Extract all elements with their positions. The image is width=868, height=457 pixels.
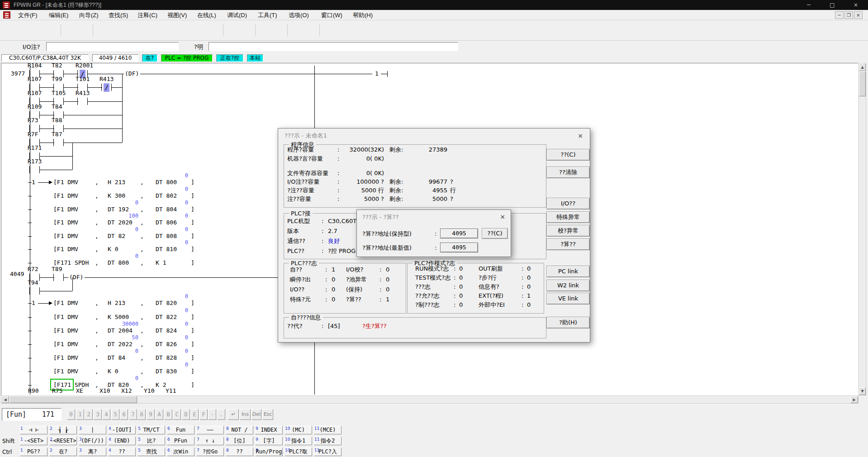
menu-item-4[interactable]: 查找(S) (109, 10, 128, 20)
hex-key-5[interactable]: 5 (111, 409, 119, 420)
fn-row3-key-2[interactable]: 2在? (49, 447, 77, 456)
fn-row2-key-5[interactable]: 5比? (138, 437, 165, 445)
fn-row3-key-11[interactable]: 11PLC?入 (314, 447, 342, 456)
menu-item-3[interactable]: 向导(Z) (79, 10, 99, 20)
fn-row3-key-9[interactable]: 9Run/Prog (255, 447, 283, 456)
fn-row1-key-3[interactable]: 3| (79, 426, 106, 434)
horizontal-scrollbar[interactable]: ◀ ▶ (1, 395, 859, 404)
fn-row2-key-6[interactable]: 6PFun (167, 437, 194, 445)
hex-key-C[interactable]: C (173, 409, 181, 420)
insert-key[interactable]: Ins (240, 409, 251, 420)
menu-item-8[interactable]: 调试(D) (227, 10, 247, 20)
delete-key[interactable]: Del (251, 409, 261, 420)
fn-row3-key-7[interactable]: 7?控Go (196, 447, 224, 456)
mdi-minimize-icon[interactable]: ─ (835, 11, 844, 19)
fn-row2-key-7[interactable]: 7↑ ↓ (196, 437, 224, 445)
fn-row3-key-10[interactable]: 10PLC?取 (285, 447, 312, 456)
menu-item-11[interactable]: 窗口(W) (321, 10, 342, 20)
fn-row2-key-9[interactable]: 9[字] (255, 437, 283, 445)
fn-row2-key-4[interactable]: 4(END) (108, 437, 136, 445)
confirm-button[interactable]: ??(C) (546, 149, 590, 161)
hex-key-E[interactable]: E (190, 409, 199, 420)
fn-row1-key-10[interactable]: 10(MC) (285, 426, 312, 434)
error-clear-button[interactable]: ??清除 (546, 167, 590, 178)
fn-row2-key-11[interactable]: 11指令2 (314, 437, 342, 445)
fn-row1-key-1[interactable]: 1⊣ ⊢ (20, 426, 47, 434)
vertical-scroll-thumb[interactable] (859, 71, 866, 96)
fn-row2-key-8[interactable]: 8[位] (226, 437, 253, 445)
fn-row1-key-11[interactable]: 11(MCE) (314, 426, 342, 434)
description-input[interactable] (209, 42, 458, 51)
w2-link-button[interactable]: W2 link (546, 280, 590, 291)
hex-key-9[interactable]: 9 (147, 409, 155, 420)
fn-row2-key-10[interactable]: 10指令1 (285, 437, 312, 445)
escape-key[interactable]: Esc (262, 409, 273, 420)
hex-key-7[interactable]: 7 (129, 409, 137, 420)
scroll-down-arrow[interactable]: ▼ (859, 387, 866, 395)
hex-key-D[interactable]: D (182, 409, 190, 420)
maximize-button[interactable]: □ (821, 0, 844, 10)
fn-row1-key-5[interactable]: 5TM/CT (138, 426, 165, 434)
fn-row1-key-2[interactable]: 2┧ ┟ (49, 426, 77, 434)
help-button[interactable]: ?助(H) (546, 317, 590, 328)
hex-key-1[interactable]: 1 (76, 409, 84, 420)
mdi-close-icon[interactable]: × (854, 11, 863, 19)
horizontal-scroll-thumb[interactable] (9, 396, 137, 403)
fn-row3-key-8[interactable]: 8?? (226, 447, 253, 456)
fn-row3-key-5[interactable]: 5查找 (138, 447, 165, 456)
fn-row3-key-6[interactable]: 6次Win (167, 447, 194, 456)
fn-row1-key-7[interactable]: 7—— (196, 426, 224, 434)
verify-error-button[interactable]: 校?异常 (546, 225, 590, 237)
vertical-scrollbar[interactable]: ▲ ▼ (859, 63, 866, 395)
menu-item-6[interactable]: 视图(V) (167, 10, 187, 20)
scroll-up-arrow[interactable]: ▲ (859, 63, 866, 71)
fn-row3-key-3[interactable]: 3离? (79, 447, 106, 456)
menu-item-1[interactable]: 文件(F) (18, 10, 38, 20)
io-check-button[interactable]: I/O?? (546, 198, 590, 209)
fn-row3-key-1[interactable]: 1PG?? (20, 447, 47, 456)
close-button[interactable]: × (844, 0, 867, 10)
special-error-button[interactable]: 特殊异常 (546, 211, 590, 223)
hex-key-2[interactable]: 2 (85, 409, 93, 420)
menu-item-9[interactable]: 工具(T) (258, 10, 277, 20)
hex-key-0[interactable]: 0 (67, 409, 75, 420)
menu-item-5[interactable]: 注释(C) (138, 10, 157, 20)
instruction-entry-box[interactable]: [Fun] 171 (2, 408, 62, 421)
hex-key-4[interactable]: 4 (102, 409, 110, 420)
io-comment-input[interactable] (46, 42, 179, 51)
sub-dialog-close-icon[interactable]: × (497, 212, 508, 221)
sub-dialog-confirm-button[interactable]: ??(C) (482, 228, 508, 239)
operation-memory-button[interactable]: ?算?? (546, 238, 590, 250)
fn-row1-key-8[interactable]: 8NOT / (226, 426, 253, 434)
hold-address-value[interactable]: 4095 (440, 228, 478, 238)
fn-row2-key-2[interactable]: 2-<RESET> (49, 437, 77, 445)
scroll-left-arrow[interactable]: ◀ (1, 396, 9, 403)
fn-row1-key-6[interactable]: 6Fun (167, 426, 194, 434)
hex-key-6[interactable]: 6 (120, 409, 128, 420)
enter-key[interactable]: ↵ (228, 409, 239, 420)
menu-item-2[interactable]: 编辑(E) (49, 10, 68, 20)
fn-key-label: [位] (226, 437, 253, 445)
hex-key-B[interactable]: B (164, 409, 172, 420)
fn-row2-key-1[interactable]: 1-<SET> (20, 437, 47, 445)
hex-key-.[interactable]: . (217, 409, 225, 420)
ve-link-button[interactable]: VE link (546, 293, 590, 305)
fn-row2-key-3[interactable]: 3(DF(/)) (79, 437, 106, 445)
hex-key-3[interactable]: 3 (94, 409, 102, 420)
hex-key-A[interactable]: A (155, 409, 163, 420)
hex-key--[interactable]: - (208, 409, 216, 420)
dialog-close-icon[interactable]: × (574, 131, 586, 141)
scroll-right-arrow[interactable]: ▶ (850, 396, 858, 403)
hex-key-8[interactable]: 8 (138, 409, 146, 420)
menu-item-7[interactable]: 在线(L) (197, 10, 216, 20)
minimize-button[interactable]: ─ (797, 0, 820, 10)
latest-address-value[interactable]: 4095 (440, 243, 478, 252)
menu-item-10[interactable]: 选项(O) (289, 10, 309, 20)
fn-row1-key-4[interactable]: 4-[OUT] (108, 426, 136, 434)
menu-item-12[interactable]: 帮助(H) (353, 10, 373, 20)
pc-link-button[interactable]: PC link (546, 266, 590, 277)
fn-row3-key-4[interactable]: 4?? (108, 447, 136, 456)
mdi-restore-icon[interactable]: ❐ (844, 11, 853, 19)
hex-key-F[interactable]: F (199, 409, 208, 420)
fn-row1-key-9[interactable]: 9INDEX (255, 426, 283, 434)
